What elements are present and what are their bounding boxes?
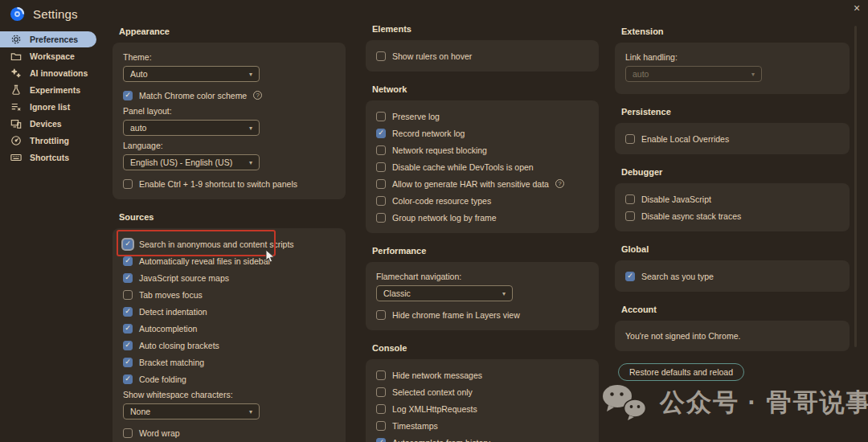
checkbox-match-chrome-color-scheme[interactable] (123, 91, 133, 100)
checkbox-allow-to-generate-har-with-sensitive-data[interactable] (376, 179, 386, 189)
list-x-icon (10, 101, 22, 113)
setting-row-preserve-log: Preserve log (376, 108, 588, 125)
setting-row-bracket-matching: Bracket matching (123, 354, 335, 370)
gear-icon (10, 34, 22, 45)
checkbox-hide-chrome-frame-in-layers-view[interactable] (376, 310, 386, 320)
checkbox-tab-moves-focus[interactable] (123, 290, 133, 300)
checkbox-log-xmlhttprequests[interactable] (376, 404, 386, 414)
checkbox-enable-local-overrides[interactable] (625, 134, 635, 144)
checkbox-autocompletion[interactable] (123, 324, 133, 334)
checkbox-preserve-log[interactable] (376, 112, 386, 121)
setting-row-disable-javascript: Disable JavaScript (625, 190, 839, 207)
checkbox-timestamps[interactable] (376, 421, 386, 431)
checkbox-label: Automatically reveal files in sidebar (139, 256, 271, 266)
checkbox-record-network-log[interactable] (376, 129, 386, 138)
scrollbar[interactable] (854, 26, 857, 347)
setting-row-color-code-resource-types: Color-code resource types (376, 192, 588, 209)
select-value: auto (633, 69, 649, 79)
sidebar-item-ignore-list[interactable]: Ignore list (0, 99, 96, 115)
checkbox-network-request-blocking[interactable] (376, 145, 386, 155)
help-icon[interactable]: ? (555, 179, 564, 188)
sidebar-item-label: Ignore list (30, 102, 70, 112)
whitespace-select[interactable]: None▾ (123, 403, 260, 419)
checkbox-code-folding[interactable] (123, 374, 133, 384)
checkbox-label: Match Chrome color scheme (139, 91, 247, 100)
checkbox-hide-network-messages[interactable] (376, 370, 386, 380)
select-label: Theme: (123, 52, 335, 62)
section-network: NetworkPreserve logRecord network logNet… (366, 84, 599, 233)
checkbox-search-in-anonymous-and-content-scripts[interactable] (123, 239, 133, 249)
checkbox-javascript-source-maps[interactable] (123, 273, 133, 283)
app-title: Settings (0, 0, 108, 30)
checkbox-label: Autocomplete from history (392, 438, 490, 442)
section-console: ConsoleHide network messagesSelected con… (366, 343, 599, 442)
checkbox-disable-async-stack-traces[interactable] (625, 211, 635, 221)
checkbox-label: Search in anonymous and content scripts (139, 239, 294, 249)
setting-row-theme: Theme:Auto▾ (123, 52, 335, 82)
sidebar-item-ai-innovations[interactable]: AI innovations (0, 65, 96, 81)
close-icon[interactable]: × (850, 2, 863, 14)
section-persistence: PersistenceEnable Local Overrides (615, 107, 850, 154)
section-elements: ElementsShow rulers on hover (366, 24, 599, 72)
checkbox-automatically-reveal-files-in-sidebar[interactable] (123, 256, 133, 266)
section-card: Show rulers on hover (366, 40, 599, 72)
link-handling-select[interactable]: auto▾ (625, 66, 762, 82)
settings-column-left: AppearanceTheme:Auto▾Match Chrome color … (113, 20, 346, 442)
checkbox-disable-javascript[interactable] (625, 194, 635, 204)
sidebar-item-label: Shortcuts (30, 153, 69, 162)
gauge-icon (10, 135, 22, 146)
sidebar-item-experiments[interactable]: Experiments (0, 82, 96, 98)
flask-icon (10, 84, 22, 96)
setting-row-search-in-anonymous-and-content-scripts: Search in anonymous and content scripts (123, 235, 335, 252)
section-title: Performance (372, 246, 592, 256)
flamechart-select[interactable]: Classic▾ (376, 285, 513, 301)
sidebar-item-preferences[interactable]: Preferences (0, 31, 96, 47)
checkbox-label: Disable async stack traces (641, 211, 741, 221)
checkbox-label: Auto closing brackets (139, 341, 219, 350)
language-select[interactable]: English (US) - English (US)▾ (123, 154, 260, 170)
setting-row-autocompletion: Autocompletion (123, 320, 335, 337)
devtools-logo-icon (10, 6, 25, 22)
checkbox-disable-cache-while-devtools-is-open[interactable] (376, 162, 386, 172)
checkbox-show-rulers-on-hover[interactable] (376, 51, 386, 61)
keyboard-icon (10, 152, 22, 163)
checkbox-label: Selected context only (392, 387, 473, 397)
help-icon[interactable]: ? (253, 91, 262, 100)
sidebar-item-throttling[interactable]: Throttling (0, 133, 96, 149)
checkbox-label: Detect indentation (139, 307, 207, 317)
panel-layout-select[interactable]: auto▾ (123, 120, 260, 136)
checkbox-label: Show rulers on hover (392, 51, 472, 61)
sparkle-icon (10, 68, 22, 79)
checkbox-auto-closing-brackets[interactable] (123, 341, 133, 350)
setting-row-show-rulers-on-hover: Show rulers on hover (376, 47, 588, 64)
section-debugger: DebuggerDisable JavaScriptDisable async … (615, 167, 850, 231)
restore-defaults-button[interactable]: Restore defaults and reload (618, 363, 744, 381)
checkbox-selected-context-only[interactable] (376, 387, 386, 397)
checkbox-enable-ctrl-1-9-shortcut-to-switch-panels[interactable] (123, 179, 133, 189)
checkbox-color-code-resource-types[interactable] (376, 196, 386, 206)
sidebar-item-label: Workspace (30, 51, 75, 61)
checkbox-autocomplete-from-history[interactable] (376, 438, 386, 442)
setting-row-word-wrap: Word wrap (123, 424, 335, 441)
sidebar-item-workspace[interactable]: Workspace (0, 48, 96, 64)
wechat-icon (601, 384, 648, 421)
checkbox-search-as-you-type[interactable] (625, 272, 635, 281)
checkbox-bracket-matching[interactable] (123, 358, 133, 367)
checkbox-detect-indentation[interactable] (123, 307, 133, 317)
folder-icon (10, 51, 22, 62)
select-value: English (US) - English (US) (130, 158, 232, 167)
sidebar-item-label: Devices (30, 119, 62, 129)
setting-row-show-whitespace-characters: Show whitespace characters:None▾ (123, 390, 335, 419)
setting-row-language: Language:English (US) - English (US)▾ (123, 141, 335, 170)
sidebar-item-label: Experiments (30, 85, 80, 95)
chevron-down-icon: ▾ (249, 125, 252, 132)
checkbox-label: Enable Local Overrides (641, 134, 729, 144)
theme-select[interactable]: Auto▾ (123, 66, 260, 82)
sidebar-item-devices[interactable]: Devices (0, 116, 96, 132)
setting-row-enable-ctrl-1-9-shortcut-to-switch-panels: Enable Ctrl + 1-9 shortcut to switch pan… (123, 175, 335, 192)
select-label: Language: (123, 141, 335, 150)
setting-row-hide-chrome-frame-in-layers-view: Hide chrome frame in Layers view (376, 306, 588, 323)
checkbox-word-wrap[interactable] (123, 428, 133, 438)
checkbox-group-network-log-by-frame[interactable] (376, 213, 386, 223)
sidebar-item-shortcuts[interactable]: Shortcuts (0, 149, 96, 166)
